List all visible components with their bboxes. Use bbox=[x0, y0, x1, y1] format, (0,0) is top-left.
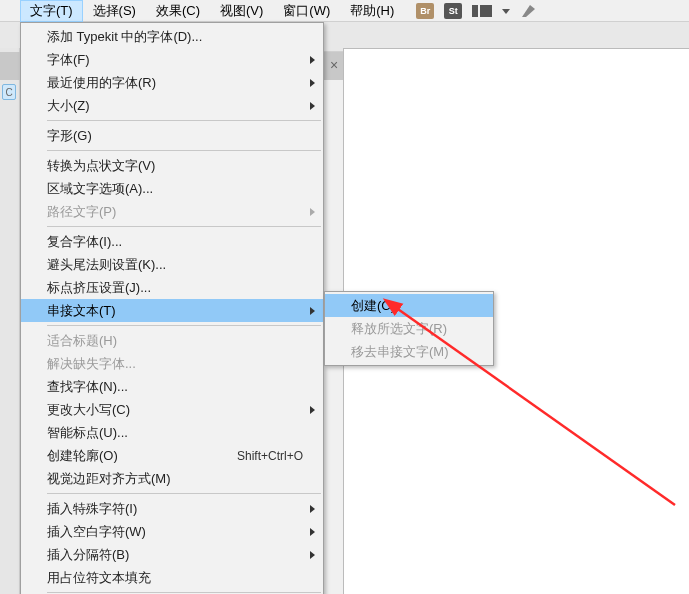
menu-item-optical-align[interactable]: 视觉边距对齐方式(M) bbox=[21, 467, 323, 490]
menu-item-find-font[interactable]: 查找字体(N)... bbox=[21, 375, 323, 398]
menubar-label: 窗口(W) bbox=[283, 3, 330, 18]
quill-icon[interactable] bbox=[520, 3, 538, 19]
stock-icon[interactable]: St bbox=[444, 3, 462, 19]
submenu-item-remove: 移去串接文字(M) bbox=[325, 340, 493, 363]
menu-item-recent-fonts[interactable]: 最近使用的字体(R) bbox=[21, 71, 323, 94]
menu-item-path-text: 路径文字(P) bbox=[21, 200, 323, 223]
menu-item-size[interactable]: 大小(Z) bbox=[21, 94, 323, 117]
menubar-item-view[interactable]: 视图(V) bbox=[210, 0, 273, 22]
menu-item-threaded-text[interactable]: 串接文本(T) bbox=[21, 299, 323, 322]
menu-item-kinsoku[interactable]: 避头尾法则设置(K)... bbox=[21, 253, 323, 276]
threaded-text-submenu: 创建(C) 释放所选文字(R) 移去串接文字(M) bbox=[324, 291, 494, 366]
menubar-item-effects[interactable]: 效果(C) bbox=[146, 0, 210, 22]
menu-label: 复合字体(I)... bbox=[47, 233, 303, 251]
menu-separator bbox=[47, 493, 321, 494]
menu-label: 字体(F) bbox=[47, 51, 303, 69]
menu-shortcut: Shift+Ctrl+O bbox=[237, 449, 303, 463]
menu-label: 转换为点状文字(V) bbox=[47, 157, 303, 175]
menu-item-fit-headline: 适合标题(H) bbox=[21, 329, 323, 352]
menu-label: 创建轮廓(O) bbox=[47, 447, 237, 465]
close-icon[interactable]: × bbox=[327, 58, 341, 72]
menu-label: 查找字体(N)... bbox=[47, 378, 303, 396]
menu-label: 标点挤压设置(J)... bbox=[47, 279, 303, 297]
menu-item-change-case[interactable]: 更改大小写(C) bbox=[21, 398, 323, 421]
menu-item-composite-font[interactable]: 复合字体(I)... bbox=[21, 230, 323, 253]
menu-item-resolve-missing: 解决缺失字体... bbox=[21, 352, 323, 375]
menubar-item-help[interactable]: 帮助(H) bbox=[340, 0, 404, 22]
chevron-right-icon bbox=[310, 102, 315, 110]
left-panel-tab[interactable]: C bbox=[2, 84, 16, 100]
menu-separator bbox=[47, 150, 321, 151]
menu-separator bbox=[47, 226, 321, 227]
menu-item-area-options[interactable]: 区域文字选项(A)... bbox=[21, 177, 323, 200]
menu-label: 更改大小写(C) bbox=[47, 401, 303, 419]
menu-label: 移去串接文字(M) bbox=[351, 343, 479, 361]
menubar-label: 效果(C) bbox=[156, 3, 200, 18]
bridge-icon[interactable]: Br bbox=[416, 3, 434, 19]
chevron-right-icon bbox=[310, 528, 315, 536]
submenu-item-create[interactable]: 创建(C) bbox=[325, 294, 493, 317]
svg-marker-0 bbox=[502, 9, 510, 14]
menubar-label: 帮助(H) bbox=[350, 3, 394, 18]
menu-label: 创建(C) bbox=[351, 297, 479, 315]
menu-item-special-chars[interactable]: 插入特殊字符(I) bbox=[21, 497, 323, 520]
menu-label: 避头尾法则设置(K)... bbox=[47, 256, 303, 274]
menu-item-create-outlines[interactable]: 创建轮廓(O)Shift+Ctrl+O bbox=[21, 444, 323, 467]
menu-separator bbox=[47, 120, 321, 121]
menu-item-glyphs[interactable]: 字形(G) bbox=[21, 124, 323, 147]
chevron-right-icon bbox=[310, 551, 315, 559]
menubar-icons: Br St bbox=[416, 3, 538, 19]
menubar-label: 视图(V) bbox=[220, 3, 263, 18]
menu-label: 智能标点(U)... bbox=[47, 424, 303, 442]
layout-icon[interactable] bbox=[472, 5, 492, 17]
menubar-item-text[interactable]: 文字(T) bbox=[20, 0, 83, 22]
menu-label: 区域文字选项(A)... bbox=[47, 180, 303, 198]
menu-label: 视觉边距对齐方式(M) bbox=[47, 470, 303, 488]
menu-label: 大小(Z) bbox=[47, 97, 303, 115]
menubar-label: 选择(S) bbox=[93, 3, 136, 18]
menu-item-placeholder-text[interactable]: 用占位符文本填充 bbox=[21, 566, 323, 589]
menu-label: 最近使用的字体(R) bbox=[47, 74, 303, 92]
chevron-down-icon[interactable] bbox=[502, 3, 510, 18]
menu-item-mojikumi[interactable]: 标点挤压设置(J)... bbox=[21, 276, 323, 299]
menu-item-whitespace[interactable]: 插入空白字符(W) bbox=[21, 520, 323, 543]
menu-label: 用占位符文本填充 bbox=[47, 569, 303, 587]
menu-item-font[interactable]: 字体(F) bbox=[21, 48, 323, 71]
menu-item-smart-punct[interactable]: 智能标点(U)... bbox=[21, 421, 323, 444]
menu-label: 插入特殊字符(I) bbox=[47, 500, 303, 518]
menu-label: 插入分隔符(B) bbox=[47, 546, 303, 564]
menu-item-break-chars[interactable]: 插入分隔符(B) bbox=[21, 543, 323, 566]
menu-item-convert-point[interactable]: 转换为点状文字(V) bbox=[21, 154, 323, 177]
menu-label: 字形(G) bbox=[47, 127, 303, 145]
menu-label: 解决缺失字体... bbox=[47, 355, 303, 373]
submenu-item-release: 释放所选文字(R) bbox=[325, 317, 493, 340]
menubar-label: 文字(T) bbox=[30, 3, 73, 18]
menu-label: 添加 Typekit 中的字体(D)... bbox=[47, 28, 303, 46]
menu-label: 释放所选文字(R) bbox=[351, 320, 479, 338]
menubar: 文字(T) 选择(S) 效果(C) 视图(V) 窗口(W) 帮助(H) Br S… bbox=[0, 0, 689, 22]
menu-label: 适合标题(H) bbox=[47, 332, 303, 350]
chevron-right-icon bbox=[310, 307, 315, 315]
chevron-right-icon bbox=[310, 208, 315, 216]
menu-label: 路径文字(P) bbox=[47, 203, 303, 221]
menu-separator bbox=[47, 592, 321, 593]
menubar-item-select[interactable]: 选择(S) bbox=[83, 0, 146, 22]
chevron-right-icon bbox=[310, 406, 315, 414]
chevron-right-icon bbox=[310, 56, 315, 64]
menubar-item-window[interactable]: 窗口(W) bbox=[273, 0, 340, 22]
tool-column: C bbox=[0, 48, 20, 594]
menu-item-typekit[interactable]: 添加 Typekit 中的字体(D)... bbox=[21, 25, 323, 48]
menu-label: 插入空白字符(W) bbox=[47, 523, 303, 541]
text-menu-dropdown: 添加 Typekit 中的字体(D)... 字体(F) 最近使用的字体(R) 大… bbox=[20, 22, 324, 594]
menu-separator bbox=[47, 325, 321, 326]
chevron-right-icon bbox=[310, 79, 315, 87]
chevron-right-icon bbox=[310, 505, 315, 513]
menu-label: 串接文本(T) bbox=[47, 302, 303, 320]
